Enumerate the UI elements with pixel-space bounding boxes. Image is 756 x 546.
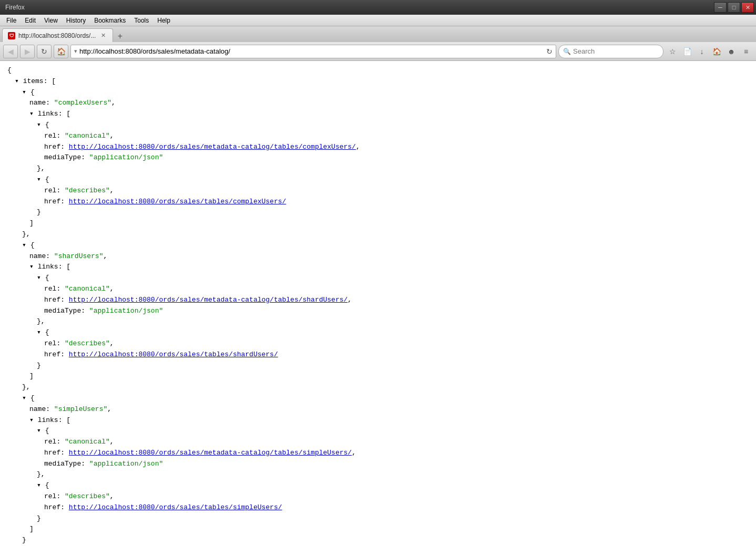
reload-button[interactable]: ↻ bbox=[37, 45, 52, 58]
item3-link2-href: href: http://localhost:8080/ords/sales/t… bbox=[7, 502, 749, 513]
item1-links-key: ▾ links: [ bbox=[7, 109, 749, 120]
item2-link1-open: ▾ { bbox=[7, 273, 749, 284]
item3-links-close: ] bbox=[7, 524, 749, 535]
search-icon: 🔍 bbox=[563, 48, 571, 55]
close-button[interactable]: ✕ bbox=[741, 2, 754, 13]
home-button[interactable]: 🏠 bbox=[54, 45, 68, 58]
tab-close-button[interactable]: ✕ bbox=[99, 32, 107, 40]
item3-link2-open: ▾ { bbox=[7, 480, 749, 491]
item2-link2-close: } bbox=[7, 360, 749, 372]
menu-help[interactable]: Help bbox=[153, 16, 175, 25]
item3-link2-rel: rel: "describes", bbox=[7, 491, 749, 502]
item3-links-key: ▾ links: [ bbox=[7, 415, 749, 426]
item2-link2-href: href: http://localhost:8080/ords/sales/t… bbox=[7, 349, 749, 360]
address-bar[interactable]: ▾ ↻ bbox=[70, 45, 556, 58]
item3-link1-open: ▾ { bbox=[7, 426, 749, 437]
item1-link1-rel: rel: "canonical", bbox=[7, 131, 749, 142]
app-title: Firefox bbox=[2, 4, 25, 11]
minimize-button[interactable]: ─ bbox=[714, 2, 727, 13]
menu-icon[interactable]: ≡ bbox=[739, 45, 753, 58]
item1-link1-close: }, bbox=[7, 163, 749, 174]
search-input[interactable] bbox=[573, 47, 661, 55]
bookmark-page-icon[interactable]: 📄 bbox=[680, 45, 694, 58]
menu-tools[interactable]: Tools bbox=[130, 16, 153, 25]
item3-link1-rel: rel: "canonical", bbox=[7, 437, 749, 448]
home-nav-icon[interactable]: 🏠 bbox=[710, 45, 723, 58]
item3-link2-close: } bbox=[7, 513, 749, 524]
item1-links-close: ] bbox=[7, 218, 749, 229]
item1-link2-rel: rel: "describes", bbox=[7, 186, 749, 197]
item1-link2-open: ▾ { bbox=[7, 174, 749, 186]
maximize-button[interactable]: □ bbox=[728, 2, 740, 13]
item1-link1-href: href: http://localhost:8080/ords/sales/m… bbox=[7, 142, 749, 153]
item2-name: name: "shardUsers", bbox=[7, 251, 749, 262]
root-open-brace: { bbox=[7, 65, 749, 76]
window-controls[interactable]: ─ □ ✕ bbox=[714, 2, 754, 13]
link-complexusers-canonical[interactable]: http://localhost:8080/ords/sales/metadat… bbox=[69, 143, 356, 151]
item2-close: }, bbox=[7, 382, 749, 393]
tab-favicon: 🛡 bbox=[8, 32, 15, 39]
item1-link1-open: ▾ { bbox=[7, 120, 749, 131]
link-shardusers-canonical[interactable]: http://localhost:8080/ords/sales/metadat… bbox=[69, 296, 348, 304]
bookmark-star-icon[interactable]: ☆ bbox=[666, 45, 679, 58]
new-tab-button[interactable]: + bbox=[113, 30, 127, 42]
search-bar[interactable]: 🔍 bbox=[558, 45, 663, 58]
address-input[interactable] bbox=[79, 47, 544, 55]
tab-label: http://localhost:8080/ords/... bbox=[18, 32, 96, 39]
forward-button[interactable]: ▶ bbox=[20, 45, 35, 58]
item2-link2-open: ▾ { bbox=[7, 327, 749, 338]
item2-links-key: ▾ links: [ bbox=[7, 262, 749, 273]
menu-history[interactable]: History bbox=[62, 16, 90, 25]
item3-name: name: "simpleUsers", bbox=[7, 404, 749, 415]
item2-links-close: ] bbox=[7, 371, 749, 382]
content-area: { ▾ items: [ ▾ { name: "complexUsers", ▾… bbox=[0, 61, 756, 546]
user-icon[interactable]: ☻ bbox=[724, 45, 738, 58]
nav-bar: ◀ ▶ ↻ 🏠 ▾ ↻ 🔍 ☆ 📄 ↓ 🏠 ☻ ≡ bbox=[0, 42, 756, 61]
item1-close: }, bbox=[7, 229, 749, 240]
menu-bookmarks[interactable]: Bookmarks bbox=[90, 16, 130, 25]
item3-close: } bbox=[7, 535, 749, 546]
title-bar: Firefox ─ □ ✕ bbox=[0, 0, 756, 15]
address-dropdown-icon[interactable]: ▾ bbox=[74, 48, 77, 55]
menu-edit[interactable]: Edit bbox=[21, 16, 40, 25]
item2-link1-close: }, bbox=[7, 316, 749, 327]
item3-open: ▾ { bbox=[7, 393, 749, 404]
download-icon[interactable]: ↓ bbox=[695, 45, 709, 58]
item2-open: ▾ { bbox=[7, 240, 749, 251]
menu-bar: File Edit View History Bookmarks Tools H… bbox=[0, 15, 756, 26]
item1-open: ▾ { bbox=[7, 87, 749, 98]
item2-link1-mediatype: mediaType: "application/json" bbox=[7, 306, 749, 317]
link-simpleusers-canonical[interactable]: http://localhost:8080/ords/sales/metadat… bbox=[69, 449, 352, 457]
menu-file[interactable]: File bbox=[2, 16, 21, 25]
item2-link1-href: href: http://localhost:8080/ords/sales/m… bbox=[7, 295, 749, 306]
tab-bar: 🛡 http://localhost:8080/ords/... ✕ + bbox=[0, 26, 756, 42]
item3-link1-href: href: http://localhost:8080/ords/sales/m… bbox=[7, 448, 749, 459]
item2-link1-rel: rel: "canonical", bbox=[7, 284, 749, 295]
title-bar-left: Firefox bbox=[2, 4, 25, 11]
item3-link1-mediatype: mediaType: "application/json" bbox=[7, 459, 749, 470]
address-reload-icon[interactable]: ↻ bbox=[546, 47, 553, 56]
back-button[interactable]: ◀ bbox=[3, 45, 18, 58]
items-key-line: ▾ items: [ bbox=[7, 76, 749, 87]
link-shardusers-describes[interactable]: http://localhost:8080/ords/sales/tables/… bbox=[69, 351, 278, 358]
menu-view[interactable]: View bbox=[40, 16, 62, 25]
nav-right-buttons: ☆ 📄 ↓ 🏠 ☻ ≡ bbox=[666, 45, 753, 58]
item1-link2-close: } bbox=[7, 207, 749, 218]
item2-link2-rel: rel: "describes", bbox=[7, 338, 749, 349]
item1-name: name: "complexUsers", bbox=[7, 98, 749, 109]
browser-tab[interactable]: 🛡 http://localhost:8080/ords/... ✕ bbox=[2, 28, 113, 42]
item1-link1-mediatype: mediaType: "application/json" bbox=[7, 152, 749, 163]
item3-link1-close: }, bbox=[7, 469, 749, 480]
link-simpleusers-describes[interactable]: http://localhost:8080/ords/sales/tables/… bbox=[69, 503, 282, 511]
link-complexusers-describes[interactable]: http://localhost:8080/ords/sales/tables/… bbox=[69, 198, 286, 205]
item1-link2-href: href: http://localhost:8080/ords/sales/t… bbox=[7, 197, 749, 208]
